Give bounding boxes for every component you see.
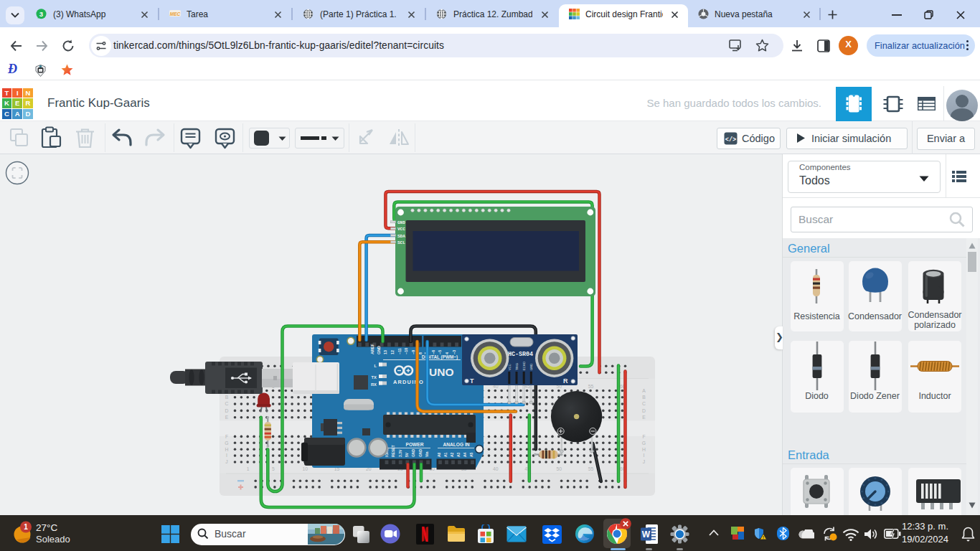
svg-text:A2: A2: [450, 452, 454, 457]
svg-text:R: R: [563, 377, 568, 385]
svg-text:RESET: RESET: [391, 445, 395, 457]
svg-text:TX: TX: [372, 375, 377, 380]
svg-text:A4: A4: [463, 452, 467, 457]
svg-text:55: 55: [588, 384, 594, 389]
svg-text:L: L: [374, 364, 377, 368]
svg-text:POWER: POWER: [406, 442, 424, 447]
svg-text:GND: GND: [529, 364, 533, 370]
svg-text:B: B: [642, 395, 646, 400]
svg-text:TRIG: TRIG: [515, 363, 519, 370]
svg-text:RX: RX: [371, 382, 377, 387]
svg-text:~11: ~11: [397, 348, 402, 354]
svg-text:VCC: VCC: [508, 364, 512, 370]
svg-text:A5: A5: [469, 452, 473, 457]
svg-text:SDA: SDA: [397, 234, 405, 239]
svg-text:A: A: [642, 388, 646, 393]
svg-text:E: E: [642, 415, 646, 420]
svg-text:10: 10: [302, 466, 308, 471]
svg-text:T: T: [470, 377, 474, 385]
svg-text:ARDUINO: ARDUINO: [393, 379, 424, 385]
svg-text:C: C: [642, 401, 646, 406]
svg-text:1: 1: [24, 523, 28, 531]
svg-text:G: G: [642, 441, 646, 446]
svg-text:HC-SR04: HC-SR04: [508, 351, 533, 358]
svg-text:H: H: [642, 447, 646, 452]
svg-text:F: F: [642, 434, 645, 439]
svg-text:SCL: SCL: [397, 240, 405, 245]
svg-text:3: 3: [39, 10, 43, 18]
svg-text:GND: GND: [418, 449, 423, 458]
svg-text:50: 50: [556, 466, 562, 471]
svg-text:1: 1: [247, 466, 250, 471]
svg-text:GND: GND: [377, 346, 381, 354]
svg-text:A3: A3: [456, 452, 461, 457]
svg-text:13: 13: [383, 350, 387, 354]
svg-text:5: 5: [272, 466, 275, 471]
svg-text:GND: GND: [411, 449, 415, 458]
svg-text:D: D: [642, 408, 646, 413]
svg-text:A1: A1: [443, 452, 448, 457]
svg-text:3.3V: 3.3V: [398, 449, 402, 457]
svg-text:Vin: Vin: [425, 451, 429, 457]
svg-text:A0: A0: [437, 452, 441, 457]
svg-text:F: F: [225, 434, 228, 439]
svg-text:12: 12: [390, 350, 395, 354]
svg-text:G: G: [225, 441, 228, 446]
svg-text:55: 55: [588, 466, 594, 471]
svg-text:UNO: UNO: [429, 366, 453, 378]
svg-text:ANALOG IN: ANALOG IN: [443, 442, 470, 447]
svg-text:J: J: [643, 459, 645, 464]
svg-text:40: 40: [493, 466, 499, 471]
svg-text:W: W: [642, 529, 651, 540]
svg-text:E: E: [225, 415, 229, 420]
svg-text:5V: 5V: [405, 452, 409, 457]
svg-text:D: D: [225, 408, 229, 413]
svg-text:AREF: AREF: [370, 344, 374, 354]
svg-text:H: H: [225, 447, 229, 452]
svg-text:MEC: MEC: [170, 11, 181, 17]
svg-text:C: C: [225, 401, 229, 406]
svg-text:VCC: VCC: [397, 227, 405, 232]
svg-text:ECHO: ECHO: [522, 361, 526, 370]
svg-text:J: J: [225, 459, 227, 464]
svg-text:I: I: [226, 453, 227, 458]
svg-text:~9: ~9: [411, 350, 415, 354]
svg-text:~10: ~10: [404, 348, 408, 354]
svg-text:</>: </>: [725, 136, 736, 143]
svg-text:I: I: [644, 453, 645, 458]
svg-text:GND: GND: [397, 220, 405, 225]
svg-text:B: B: [225, 395, 229, 400]
